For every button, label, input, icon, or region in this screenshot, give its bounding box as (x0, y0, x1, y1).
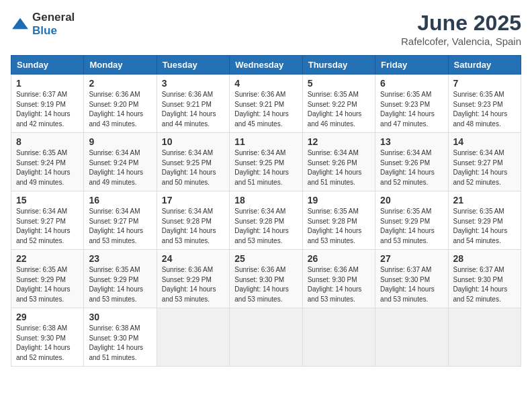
day-number: 16 (89, 195, 151, 205)
day-number: 26 (308, 253, 370, 264)
day-info: Sunrise: 6:35 AMSunset: 9:23 PMDaylight:… (380, 90, 443, 129)
day-number: 19 (308, 195, 370, 205)
day-number: 14 (453, 136, 516, 147)
day-info: Sunrise: 6:34 AMSunset: 9:25 PMDaylight:… (162, 148, 224, 187)
day-info: Sunrise: 6:35 AMSunset: 9:28 PMDaylight:… (308, 207, 370, 246)
calendar-cell (230, 308, 302, 367)
weekday-header-friday: Friday (375, 56, 448, 75)
calendar-cell: 16Sunrise: 6:34 AMSunset: 9:27 PMDayligh… (84, 191, 157, 250)
calendar-cell: 3Sunrise: 6:36 AMSunset: 9:21 PMDaylight… (157, 75, 229, 133)
day-info: Sunrise: 6:34 AMSunset: 9:25 PMDaylight:… (234, 148, 297, 187)
calendar-cell: 24Sunrise: 6:36 AMSunset: 9:29 PMDayligh… (157, 250, 229, 308)
day-info: Sunrise: 6:35 AMSunset: 9:24 PMDaylight:… (16, 148, 79, 187)
day-number: 5 (308, 78, 370, 89)
day-number: 2 (89, 78, 151, 89)
logo-general: General (32, 11, 75, 24)
week-row-2: 8Sunrise: 6:35 AMSunset: 9:24 PMDaylight… (11, 133, 521, 191)
calendar-cell: 1Sunrise: 6:37 AMSunset: 9:19 PMDaylight… (11, 75, 84, 133)
weekday-header-saturday: Saturday (448, 56, 521, 75)
weekday-header-row: SundayMondayTuesdayWednesdayThursdayFrid… (11, 56, 521, 75)
calendar-cell: 29Sunrise: 6:38 AMSunset: 9:30 PMDayligh… (11, 308, 84, 367)
page-header: General Blue June 2025 Rafelcofer, Valen… (11, 11, 521, 47)
day-info: Sunrise: 6:38 AMSunset: 9:30 PMDaylight:… (16, 324, 79, 363)
day-number: 11 (234, 136, 297, 147)
day-number: 18 (234, 195, 297, 205)
day-number: 12 (308, 136, 370, 147)
day-info: Sunrise: 6:35 AMSunset: 9:29 PMDaylight:… (89, 265, 151, 304)
day-info: Sunrise: 6:35 AMSunset: 9:29 PMDaylight:… (453, 207, 516, 246)
week-row-1: 1Sunrise: 6:37 AMSunset: 9:19 PMDaylight… (11, 75, 521, 133)
day-number: 29 (16, 312, 79, 322)
calendar-cell (302, 308, 375, 367)
calendar-cell: 11Sunrise: 6:34 AMSunset: 9:25 PMDayligh… (230, 133, 302, 191)
weekday-header-sunday: Sunday (11, 56, 84, 75)
day-info: Sunrise: 6:36 AMSunset: 9:29 PMDaylight:… (162, 265, 224, 304)
day-info: Sunrise: 6:35 AMSunset: 9:22 PMDaylight:… (308, 90, 370, 129)
calendar-cell: 17Sunrise: 6:34 AMSunset: 9:28 PMDayligh… (157, 191, 229, 250)
day-info: Sunrise: 6:35 AMSunset: 9:29 PMDaylight:… (16, 265, 79, 304)
day-info: Sunrise: 6:36 AMSunset: 9:21 PMDaylight:… (234, 90, 297, 129)
day-info: Sunrise: 6:34 AMSunset: 9:27 PMDaylight:… (16, 207, 79, 246)
day-number: 13 (380, 136, 443, 147)
day-number: 8 (16, 136, 79, 147)
day-number: 9 (89, 136, 151, 147)
logo: General Blue (11, 11, 75, 38)
calendar-cell: 21Sunrise: 6:35 AMSunset: 9:29 PMDayligh… (448, 191, 521, 250)
day-info: Sunrise: 6:36 AMSunset: 9:20 PMDaylight:… (89, 90, 151, 129)
calendar-cell (157, 308, 229, 367)
day-number: 4 (234, 78, 297, 89)
day-info: Sunrise: 6:34 AMSunset: 9:27 PMDaylight:… (453, 148, 516, 187)
day-info: Sunrise: 6:34 AMSunset: 9:26 PMDaylight:… (308, 148, 370, 187)
calendar-cell: 20Sunrise: 6:35 AMSunset: 9:29 PMDayligh… (375, 191, 448, 250)
calendar-cell: 8Sunrise: 6:35 AMSunset: 9:24 PMDaylight… (11, 133, 84, 191)
calendar-cell: 10Sunrise: 6:34 AMSunset: 9:25 PMDayligh… (157, 133, 229, 191)
day-number: 1 (16, 78, 79, 89)
day-number: 17 (162, 195, 224, 205)
calendar-table: SundayMondayTuesdayWednesdayThursdayFrid… (11, 55, 521, 367)
calendar-cell: 30Sunrise: 6:38 AMSunset: 9:30 PMDayligh… (84, 308, 157, 367)
calendar-cell: 7Sunrise: 6:35 AMSunset: 9:23 PMDaylight… (448, 75, 521, 133)
weekday-header-tuesday: Tuesday (157, 56, 229, 75)
calendar-cell (375, 308, 448, 367)
day-number: 6 (380, 78, 443, 89)
location-title: Rafelcofer, Valencia, Spain (401, 36, 521, 47)
day-info: Sunrise: 6:37 AMSunset: 9:30 PMDaylight:… (453, 265, 516, 304)
day-info: Sunrise: 6:36 AMSunset: 9:21 PMDaylight:… (162, 90, 224, 129)
day-number: 28 (453, 253, 516, 264)
logo-icon (11, 17, 30, 32)
week-row-3: 15Sunrise: 6:34 AMSunset: 9:27 PMDayligh… (11, 191, 521, 250)
day-info: Sunrise: 6:37 AMSunset: 9:30 PMDaylight:… (380, 265, 443, 304)
day-number: 15 (16, 195, 79, 205)
logo-blue: Blue (32, 24, 57, 37)
calendar-cell: 23Sunrise: 6:35 AMSunset: 9:29 PMDayligh… (84, 250, 157, 308)
calendar-cell: 14Sunrise: 6:34 AMSunset: 9:27 PMDayligh… (448, 133, 521, 191)
title-area: June 2025 Rafelcofer, Valencia, Spain (401, 11, 521, 47)
day-number: 21 (453, 195, 516, 205)
calendar-cell: 22Sunrise: 6:35 AMSunset: 9:29 PMDayligh… (11, 250, 84, 308)
day-info: Sunrise: 6:36 AMSunset: 9:30 PMDaylight:… (234, 265, 297, 304)
day-number: 7 (453, 78, 516, 89)
day-number: 23 (89, 253, 151, 264)
day-info: Sunrise: 6:35 AMSunset: 9:23 PMDaylight:… (453, 90, 516, 129)
day-number: 24 (162, 253, 224, 264)
calendar-cell (448, 308, 521, 367)
day-number: 20 (380, 195, 443, 205)
day-info: Sunrise: 6:34 AMSunset: 9:28 PMDaylight:… (234, 207, 297, 246)
month-title: June 2025 (401, 11, 521, 36)
day-info: Sunrise: 6:34 AMSunset: 9:26 PMDaylight:… (380, 148, 443, 187)
calendar-cell: 25Sunrise: 6:36 AMSunset: 9:30 PMDayligh… (230, 250, 302, 308)
day-info: Sunrise: 6:34 AMSunset: 9:28 PMDaylight:… (162, 207, 224, 246)
calendar-cell: 13Sunrise: 6:34 AMSunset: 9:26 PMDayligh… (375, 133, 448, 191)
day-info: Sunrise: 6:36 AMSunset: 9:30 PMDaylight:… (308, 265, 370, 304)
calendar-cell: 27Sunrise: 6:37 AMSunset: 9:30 PMDayligh… (375, 250, 448, 308)
calendar-cell: 28Sunrise: 6:37 AMSunset: 9:30 PMDayligh… (448, 250, 521, 308)
day-info: Sunrise: 6:34 AMSunset: 9:27 PMDaylight:… (89, 207, 151, 246)
day-number: 10 (162, 136, 224, 147)
day-info: Sunrise: 6:35 AMSunset: 9:29 PMDaylight:… (380, 207, 443, 246)
calendar-cell: 26Sunrise: 6:36 AMSunset: 9:30 PMDayligh… (302, 250, 375, 308)
weekday-header-wednesday: Wednesday (230, 56, 302, 75)
calendar-cell: 2Sunrise: 6:36 AMSunset: 9:20 PMDaylight… (84, 75, 157, 133)
weekday-header-monday: Monday (84, 56, 157, 75)
day-info: Sunrise: 6:38 AMSunset: 9:30 PMDaylight:… (89, 324, 151, 363)
week-row-5: 29Sunrise: 6:38 AMSunset: 9:30 PMDayligh… (11, 308, 521, 367)
